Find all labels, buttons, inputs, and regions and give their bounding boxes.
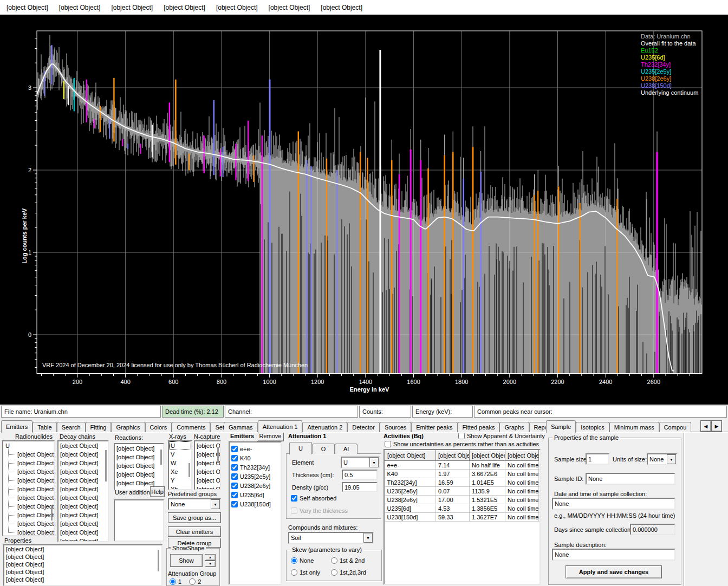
menu-item[interactable]: [object Object] [211,1,263,14]
chevron-down-icon[interactable]: ▼ [667,454,676,464]
sample-id-input[interactable] [586,473,675,485]
show-percent-checkbox[interactable]: Show uncertainties as percents rather th… [385,441,539,447]
list-item[interactable]: [object Object] [195,459,220,467]
spin-up-button[interactable]: ▲ [205,554,216,561]
emitter-checkbox-item[interactable]: Th232[34y] [230,463,281,472]
radio-icon[interactable] [189,578,196,585]
table-row[interactable]: U238[150d] 59.33 1.3627E7 No coll time [385,513,540,522]
user-additions-list[interactable] [114,499,164,542]
radio-icon[interactable] [331,569,337,576]
table-row[interactable]: U235[6d] 4.53 1.3856E5 No coll time [385,504,540,513]
tab[interactable]: Sources [380,422,411,432]
list-item[interactable]: [object Object] [58,519,108,528]
emitter-checkbox-item[interactable]: U238[2e6y] [230,481,281,490]
spectrum-plot[interactable]: 2004006008001000120014001600180020002200… [0,15,728,405]
list-item[interactable]: [object Object] [115,470,163,479]
list-item[interactable]: [object Object] [195,476,220,485]
menu-item[interactable]: [object Object] [263,1,316,14]
emitter-checkbox-item[interactable]: U235[2e5y] [230,472,281,481]
table-row[interactable]: U235[2e5y] 0.07 1135.9 No coll time [385,487,540,496]
table-row[interactable]: Th232[34y] 16.59 1.014E5 No coll time [385,478,540,487]
list-item[interactable]: [object Object] [58,485,108,493]
skew-radio[interactable]: 1st only [291,569,320,576]
scrollbar-thumb[interactable] [51,505,53,520]
checkbox-icon[interactable] [291,495,297,502]
list-item[interactable]: [object Object] [58,537,108,542]
tab[interactable]: Sample [546,420,576,433]
tab[interactable]: Search [57,422,86,432]
list-item[interactable]: [object Object] [195,450,220,459]
tab[interactable]: Al [335,444,358,454]
tab[interactable]: Comments [172,422,210,432]
tab[interactable]: Fitted peaks [458,422,500,432]
tab[interactable]: Minimum mass [609,422,659,432]
radionuclides-list[interactable]: U [object Object][object Object][object … [2,440,55,536]
tree-item[interactable]: [object Object] [3,528,54,536]
compounds-select[interactable]: Soil ▼ [288,532,374,544]
activities-table-box[interactable]: [object Object][object Object][object Ob… [384,449,541,585]
chevron-down-icon[interactable]: ▼ [369,458,379,467]
emitter-checkbox-item[interactable]: K40 [230,453,281,463]
checkbox-icon[interactable] [231,492,238,498]
tab[interactable]: Emitters [1,420,32,433]
menu-item[interactable]: [object Object] [54,1,106,14]
menu-item[interactable]: [object Object] [315,1,368,14]
column-header[interactable]: [object Object] [470,451,505,461]
tab[interactable]: Compou [659,422,692,432]
collection-date-input[interactable] [552,498,675,510]
chevron-down-icon[interactable]: ▼ [211,499,220,509]
tab[interactable]: Table [32,422,56,432]
column-header[interactable]: [object Object] [385,451,436,461]
scrollbar-thumb[interactable] [158,550,159,571]
attenuation-group-radio[interactable]: 2 [189,578,201,585]
list-item[interactable]: Yb [169,485,191,490]
clear-emitters-button[interactable]: Clear emitters [168,526,221,537]
density-input[interactable] [342,482,378,492]
skew-radio[interactable]: 1st & 2nd [331,557,365,564]
apply-save-button[interactable]: Apply and save changes [566,565,662,578]
properties-list[interactable]: [object Object][object Object][object Ob… [3,544,162,586]
checkbox-icon[interactable] [231,446,238,452]
list-item[interactable]: U [169,441,191,450]
attenuation-group-radio[interactable]: 1 [170,578,181,585]
tab[interactable]: Fitting [86,422,112,432]
table-row[interactable]: U238[2e6y] 17.00 1.5321E5 No coll time [385,496,540,504]
list-item[interactable]: [object Object] [58,441,108,450]
radio-icon[interactable] [291,557,297,564]
list-item[interactable]: [object Object] [195,467,220,476]
list-item[interactable]: [object Object] [195,441,220,450]
list-item[interactable]: [object Object] [58,511,108,519]
checkbox-icon[interactable] [458,433,465,439]
checkbox-icon[interactable] [231,455,238,461]
checkbox-icon[interactable] [231,501,238,507]
tab[interactable]: Isotopics [576,422,609,432]
tab[interactable]: Graphics [111,422,145,432]
list-item[interactable]: [object Object] [58,528,108,537]
tab[interactable]: Colors [145,422,172,432]
show-button[interactable]: Show [170,554,203,567]
checkbox-icon[interactable] [385,441,391,447]
spin-down-button[interactable]: ▼ [205,561,216,567]
emitter-checkbox-item[interactable]: e+e- [230,444,281,453]
menu-item[interactable]: [object Object] [1,1,54,14]
chevron-down-icon[interactable]: ▼ [363,533,373,543]
units-of-size-select[interactable]: None ▼ [647,453,677,465]
tab[interactable]: Emitter peaks [411,422,457,432]
scrollbar-thumb[interactable] [160,450,162,465]
list-item[interactable]: Xe [169,467,191,476]
tab[interactable]: Attenuation 1 [258,420,303,433]
list-item[interactable]: [object Object] [58,467,108,476]
list-item[interactable]: [object Object] [58,459,108,467]
show-apparent-checkbox[interactable]: Show Apparent & Uncertainty [458,433,545,439]
skew-radio[interactable]: 1st,2d,3rd [331,569,366,576]
sample-description-input[interactable] [552,549,675,561]
list-item[interactable]: W [169,459,191,467]
element-select[interactable]: U ▼ [341,457,380,468]
checkbox-icon[interactable] [231,473,238,480]
radio-icon[interactable] [331,557,337,564]
tab-scroll-left-button[interactable]: ◄ [700,420,711,432]
list-item[interactable]: [object Object] [115,444,163,453]
list-item[interactable]: [object Object] [58,450,108,459]
reactions-list[interactable]: [object Object][object Object][object Ob… [114,443,164,491]
table-row[interactable]: e+e- 7.14 No half life No coll time [385,461,540,470]
